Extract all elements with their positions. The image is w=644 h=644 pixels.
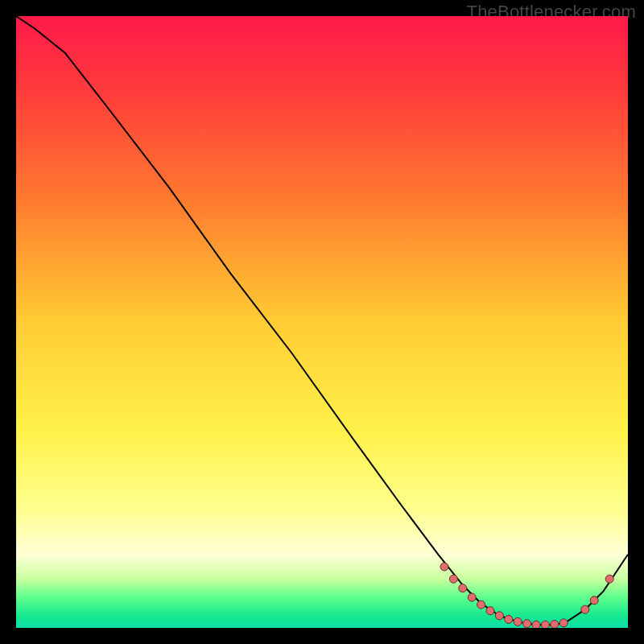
data-point xyxy=(532,621,540,628)
data-point xyxy=(459,584,467,592)
chart-stage: TheBottlenecker.com xyxy=(0,0,644,644)
bottleneck-plot xyxy=(16,16,628,628)
data-point xyxy=(449,575,457,583)
data-point xyxy=(551,620,559,628)
data-point xyxy=(605,575,613,583)
data-point xyxy=(581,605,589,613)
data-point xyxy=(468,593,476,601)
data-point xyxy=(590,597,598,605)
data-point xyxy=(541,621,549,628)
data-point xyxy=(477,601,485,609)
data-point xyxy=(440,563,448,571)
data-point xyxy=(495,612,503,620)
data-point xyxy=(514,617,522,625)
data-point xyxy=(505,615,513,623)
data-point xyxy=(523,620,531,628)
data-point xyxy=(559,619,568,627)
data-point xyxy=(486,607,494,615)
